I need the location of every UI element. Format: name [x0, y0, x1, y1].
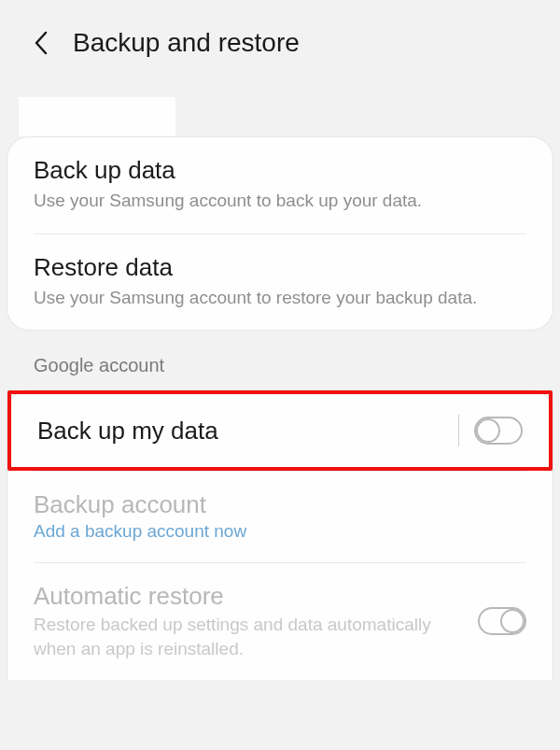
- restore-data-title: Restore data: [34, 253, 526, 282]
- back-icon[interactable]: [28, 30, 54, 56]
- samsung-account-card: Back up data Use your Samsung account to…: [7, 136, 553, 331]
- toggle-knob-icon: [500, 609, 525, 633]
- back-up-my-data-item[interactable]: Back up my data: [7, 390, 553, 471]
- blank-tab-area: [19, 97, 175, 136]
- restore-data-item[interactable]: Restore data Use your Samsung account to…: [7, 234, 553, 331]
- google-account-card: Back up my data Backup account Add a bac…: [7, 389, 553, 679]
- automatic-restore-item[interactable]: Automatic restore Restore backed up sett…: [7, 563, 553, 679]
- restore-data-subtitle: Use your Samsung account to restore your…: [34, 286, 526, 310]
- automatic-restore-subtitle: Restore backed up settings and data auto…: [34, 613, 463, 660]
- backup-data-item[interactable]: Back up data Use your Samsung account to…: [7, 137, 553, 233]
- toggle-separator: [458, 415, 459, 446]
- backup-account-title: Backup account: [34, 490, 526, 519]
- back-up-my-data-toggle[interactable]: [474, 417, 523, 445]
- toggle-knob-icon: [476, 418, 500, 443]
- page-title: Backup and restore: [73, 28, 300, 58]
- backup-data-subtitle: Use your Samsung account to back up your…: [34, 189, 526, 213]
- add-backup-account-link[interactable]: Add a backup account now: [34, 521, 526, 542]
- toggle-container: [458, 415, 523, 446]
- automatic-restore-title: Automatic restore: [34, 582, 463, 611]
- google-account-section-label: Google account: [0, 331, 560, 389]
- backup-data-title: Back up data: [34, 156, 526, 185]
- back-up-my-data-title: Back up my data: [37, 417, 218, 446]
- backup-account-item[interactable]: Backup account Add a backup account now: [7, 472, 553, 562]
- automatic-restore-toggle[interactable]: [478, 607, 526, 635]
- header-bar: Backup and restore: [0, 0, 560, 86]
